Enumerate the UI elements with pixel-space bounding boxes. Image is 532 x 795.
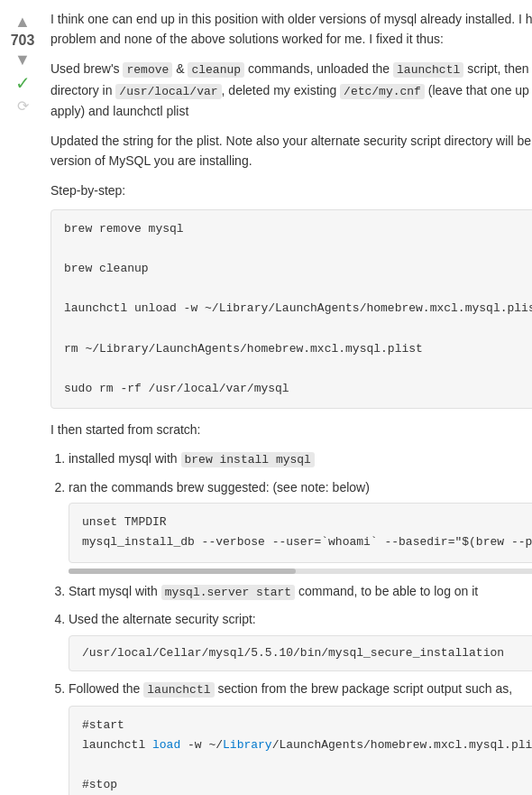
para1: Used brew's remove & cleanup commands, u…: [50, 59, 532, 122]
etcmycnf-code: /etc/my.cnf: [340, 84, 425, 99]
scratch-intro: I then started from scratch:: [50, 420, 532, 439]
vote-down-button[interactable]: ▼: [12, 51, 33, 69]
steps-list: installed mysql with brew install mysql …: [69, 448, 532, 795]
vote-up-button[interactable]: ▲: [12, 13, 33, 31]
para1-after2: , deleted my existing: [222, 83, 341, 97]
intro-paragraph: I think one can end up in this position …: [50, 9, 532, 50]
launchctl-code: launchctl: [393, 62, 463, 78]
vote-count: 703: [11, 32, 35, 49]
up-arrow-icon: ▲: [14, 13, 31, 32]
code-block-3: /usr/local/Cellar/mysql/5.5.10/bin/mysql…: [69, 635, 532, 671]
step-5: Followed the launchctl section from the …: [69, 679, 532, 795]
brew-install-mysql-code: brew install mysql: [181, 452, 315, 467]
step-2: ran the commands brew suggested: (see no…: [69, 477, 532, 574]
scrollbar-thumb[interactable]: [69, 569, 296, 574]
step-1: installed mysql with brew install mysql: [69, 448, 532, 470]
para2: Updated the string for the plist. Note a…: [50, 131, 532, 171]
para1-middle: commands, unloaded the: [244, 61, 393, 76]
step-by-step-label: Step-by-step:: [50, 180, 532, 200]
step2-text: ran the commands brew suggested: (see no…: [69, 480, 370, 495]
code-block-2: unset TMPDIR mysql_install_db --verbose …: [69, 503, 532, 562]
load-link[interactable]: load: [152, 738, 180, 752]
step5-after: section from the brew package script out…: [215, 681, 513, 696]
scrollbar-track[interactable]: [69, 569, 532, 574]
down-arrow-icon: ▼: [14, 51, 31, 69]
cleanup-code: cleanup: [188, 62, 244, 78]
step-3: Start mysql with mysql.server start comm…: [69, 581, 532, 603]
mysql-server-start-code: mysql.server start: [161, 585, 295, 600]
answer-content: I think one can end up in this position …: [45, 9, 532, 795]
para1-before: Used brew's: [50, 61, 123, 76]
vote-column: ▲ 703 ▼ ✓ ⟳: [0, 9, 45, 795]
code-block-1: brew remove mysql brew cleanup launchctl…: [50, 209, 532, 409]
launchctl-step5-code: launchctl: [143, 682, 214, 698]
step5-before: Followed the: [69, 681, 143, 696]
code-block-4: #start launchctl load -w ~/Library/Launc…: [69, 706, 532, 795]
usrlocalvar-code: /usr/local/var: [115, 84, 221, 99]
step1-before: installed mysql with: [69, 451, 181, 466]
step4-text: Used the alternate security script:: [69, 612, 256, 626]
para1-amp: &: [172, 61, 188, 76]
step3-before: Start mysql with: [69, 584, 161, 598]
history-icon[interactable]: ⟳: [17, 97, 29, 115]
library-link-1[interactable]: Library: [223, 738, 272, 752]
step3-after: command, to be able to log on it: [295, 584, 478, 598]
remove-code: remove: [123, 62, 172, 78]
step-4: Used the alternate security script: /usr…: [69, 609, 532, 670]
accepted-checkmark-icon: ✓: [15, 72, 31, 94]
